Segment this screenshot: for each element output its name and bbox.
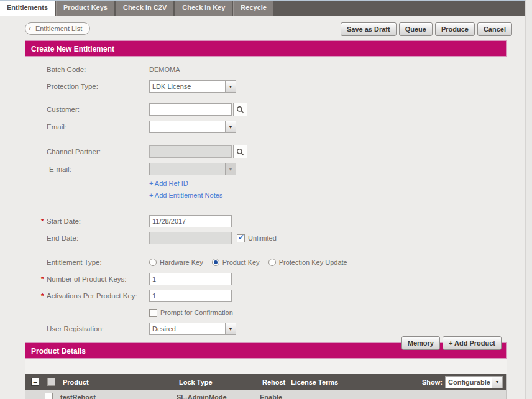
add-links: + Add Ref ID + Add Entitlement Notes [149, 180, 525, 203]
product-detail-buttons: Memory + Add Product [25, 336, 502, 350]
end-date-input[interactable] [149, 232, 232, 244]
produce-button[interactable]: Produce [435, 22, 475, 36]
back-chevron-icon: ‹ [29, 24, 31, 33]
row-checkbox[interactable] [45, 393, 53, 399]
show-select[interactable]: Configurable ▼ [445, 376, 503, 388]
tab-bar: Entitlements Product Keys Check In C2V C… [0, 1, 525, 16]
hardware-key-label: Hardware Key [160, 259, 203, 266]
cell-rehost: Enable [260, 393, 288, 399]
section-divider [25, 209, 507, 209]
email-select[interactable]: ▼ [149, 121, 236, 133]
collapse-minus-icon[interactable]: – [31, 378, 39, 386]
memory-button[interactable]: Memory [401, 336, 440, 350]
partner-email-selected [150, 163, 225, 175]
tab-product-keys[interactable]: Product Keys [56, 1, 114, 16]
cell-product: testRehost [60, 393, 177, 399]
user-registration-label: User Registration: [25, 325, 149, 332]
start-date-row: * Start Date: [25, 215, 525, 227]
content-area: ‹ Entitlement List Save as Draft Queue P… [0, 16, 525, 399]
required-asterisk: * [41, 275, 44, 283]
protection-type-label: Protection Type: [25, 83, 149, 90]
chevron-down-icon[interactable]: ▼ [225, 81, 236, 92]
user-registration-select[interactable]: Desired ▼ [149, 323, 236, 335]
header-rehost: Rehost [262, 378, 291, 386]
show-label: Show: [422, 378, 443, 386]
email-selected [150, 121, 225, 132]
save-as-draft-button[interactable]: Save as Draft [341, 22, 397, 36]
customer-row: Customer: [25, 103, 525, 116]
end-date-row: End Date: Unlimited [25, 232, 525, 244]
section-divider [25, 139, 507, 139]
batch-code-row: Batch Code: DEMOMA [25, 63, 525, 76]
queue-button[interactable]: Queue [399, 22, 433, 36]
num-product-keys-input[interactable] [149, 273, 232, 285]
entitlement-type-row: Entitlement Type: Hardware Key Product K… [25, 256, 525, 268]
start-date-label: * Start Date: [25, 218, 149, 225]
chevron-down-icon[interactable]: ▼ [225, 121, 236, 132]
batch-code-value: DEMOMA [149, 66, 180, 73]
prompt-confirmation-checkbox[interactable] [149, 309, 157, 317]
header-lock-type: Lock Type [179, 378, 262, 386]
table-row[interactable]: testRehost SL-AdminMode Enable [25, 390, 506, 399]
add-ref-id-link[interactable]: + Add Ref ID [149, 180, 188, 187]
entitlement-list-back-button[interactable]: ‹ Entitlement List [25, 22, 90, 35]
partner-email-label: E-mail: [25, 165, 149, 173]
section-divider [25, 250, 507, 250]
chevron-down-icon[interactable]: ▼ [225, 323, 236, 334]
protection-key-update-radio[interactable] [268, 259, 276, 266]
header-product: Product [63, 378, 179, 386]
entitlement-type-label: Entitlement Type: [25, 259, 149, 266]
product-table: – Product Lock Type Rehost License Terms… [25, 374, 507, 399]
product-key-radio[interactable] [212, 259, 219, 266]
unlimited-checkbox[interactable] [237, 234, 245, 242]
protection-key-update-label: Protection Key Update [279, 259, 347, 266]
user-registration-row: User Registration: Desired ▼ [25, 323, 525, 335]
table-header-row: – Product Lock Type Rehost License Terms… [25, 374, 506, 390]
header-license-terms: License Terms [291, 378, 422, 386]
start-date-input[interactable] [149, 215, 232, 227]
cancel-button[interactable]: Cancel [477, 22, 512, 36]
channel-partner-row: Channel Partner: [25, 145, 525, 158]
partner-email-select: ▼ [149, 163, 236, 175]
add-entitlement-notes-link[interactable]: + Add Entitlement Notes [149, 191, 222, 199]
protection-type-selected: LDK License [150, 81, 225, 92]
top-action-buttons: Save as Draft Queue Produce Cancel [341, 22, 512, 36]
show-selected: Configurable [446, 377, 492, 388]
email-row: Email: ▼ [25, 121, 525, 133]
back-button-label: Entitlement List [35, 25, 82, 32]
page: Entitlements Product Keys Check In C2V C… [0, 0, 526, 399]
product-key-label: Product Key [222, 259, 260, 266]
channel-partner-label: Channel Partner: [25, 148, 149, 155]
tab-check-in-key[interactable]: Check In Key [175, 1, 232, 16]
email-label: Email: [25, 123, 149, 131]
channel-partner-input[interactable] [149, 145, 232, 158]
customer-search-button[interactable] [233, 103, 247, 116]
num-product-keys-label: * Number of Product Keys: [25, 275, 149, 283]
entitlement-form: Batch Code: DEMOMA Protection Type: LDK … [25, 57, 525, 335]
user-registration-selected: Desired [150, 323, 225, 334]
required-asterisk: * [41, 218, 44, 225]
select-all-checkbox[interactable] [47, 378, 55, 386]
tab-entitlements[interactable]: Entitlements [0, 1, 55, 16]
activations-per-key-input[interactable] [149, 290, 232, 302]
channel-partner-search-button[interactable] [233, 145, 247, 158]
search-icon [236, 106, 244, 114]
activations-per-key-row: * Activations Per Product Key: [25, 290, 525, 302]
required-asterisk: * [41, 292, 44, 300]
chevron-down-icon[interactable]: ▼ [492, 377, 502, 388]
top-nav-row: ‹ Entitlement List Save as Draft Queue P… [25, 21, 512, 40]
tab-check-in-c2v[interactable]: Check In C2V [116, 1, 173, 16]
prompt-confirmation-row: Prompt for Confirmation [25, 306, 525, 319]
customer-input[interactable] [149, 103, 232, 116]
hardware-key-radio[interactable] [149, 259, 157, 266]
num-product-keys-row: * Number of Product Keys: [25, 273, 525, 285]
show-filter-group: Show: Configurable ▼ [422, 376, 506, 388]
add-product-button[interactable]: + Add Product [443, 336, 502, 350]
protection-type-row: Protection Type: LDK License ▼ [25, 80, 525, 93]
tab-recycle[interactable]: Recycle [233, 1, 273, 16]
protection-type-select[interactable]: LDK License ▼ [149, 80, 236, 93]
prompt-confirmation-label: Prompt for Confirmation [160, 309, 233, 316]
unlimited-label: Unlimited [248, 234, 277, 242]
chevron-down-icon: ▼ [225, 163, 236, 175]
search-icon [236, 148, 244, 156]
